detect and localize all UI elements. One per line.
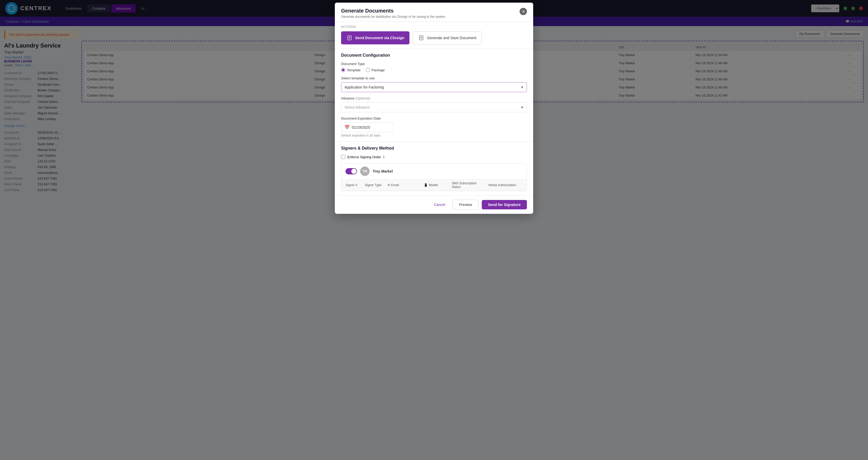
signer-card: TM Trey Markel Signer # Signer Type ✉ Em… <box>341 163 527 191</box>
template-radio-label: Template <box>347 68 361 72</box>
package-radio[interactable] <box>366 68 370 72</box>
template-select[interactable]: Application for Factoring <box>341 82 527 92</box>
document-configuration-section: Document Configuration Document Type Tem… <box>335 49 533 142</box>
document-type-radio-group: Template Package <box>341 68 527 72</box>
signers-title: Signers & Delivery Method <box>341 146 527 151</box>
package-radio-item[interactable]: Package <box>366 68 385 72</box>
select-template-label: Select template to use <box>341 76 527 80</box>
doc-config-title: Document Configuration <box>341 53 527 58</box>
modal-header: Generate Documents Generate documents fo… <box>335 3 533 22</box>
advance-select-wrapper: Select Advance ▼ <box>341 102 527 112</box>
col-mobile: 📱 Mobile <box>424 181 450 189</box>
clixsign-icon <box>346 35 352 41</box>
avatar: TM <box>360 166 370 176</box>
col-email: ✉ Email <box>388 181 422 189</box>
toggle-knob <box>351 168 356 174</box>
package-radio-label: Package <box>372 68 385 72</box>
modal-footer: Cancel Preview Send for Signature <box>335 195 533 214</box>
info-icon: ℹ <box>383 155 384 159</box>
signer-table-header: Signer # Signer Type ✉ Email 📱 Mobile SM… <box>341 179 527 191</box>
send-signature-button[interactable]: Send for Signature <box>482 200 527 209</box>
generate-save-label: Generate and Save Document <box>427 36 476 40</box>
enforce-signing-label: Enforce Signing Order <box>347 155 381 159</box>
signer-name: Trey Markel <box>373 169 393 173</box>
date-field-wrapper: 📅 <box>341 122 393 132</box>
enforce-signing-checkbox[interactable] <box>341 155 345 159</box>
actions-section: Actions Send Document via Clixsign <box>335 22 533 49</box>
generate-documents-modal: Generate Documents Generate documents fo… <box>335 3 533 214</box>
modal-close-button[interactable]: ✕ <box>520 8 527 15</box>
template-radio-item[interactable]: Template <box>341 68 361 72</box>
col-verbal-auth: Verbal Authorization <box>488 181 523 189</box>
expiry-date-label: Document Expiration Date <box>341 117 527 120</box>
modal-body: Actions Send Document via Clixsign <box>335 22 533 195</box>
generate-save-button[interactable]: Generate and Save Document <box>412 31 482 44</box>
col-signer-num: Signer # <box>345 181 363 189</box>
advance-select[interactable]: Select Advance <box>341 102 527 112</box>
mobile-col-icon: 📱 <box>424 183 428 187</box>
cancel-button[interactable]: Cancel <box>430 200 450 209</box>
calendar-icon: 📅 <box>344 125 350 130</box>
signer-toggle[interactable] <box>345 168 357 174</box>
advance-label: Advance (Optional) <box>341 96 527 100</box>
preview-button[interactable]: Preview <box>453 200 478 210</box>
modal-title: Generate Documents <box>341 8 445 14</box>
send-clixsign-button[interactable]: Send Document via Clixsign <box>341 31 409 44</box>
actions-label: Actions <box>341 25 527 29</box>
signers-section: Signers & Delivery Method Enforce Signin… <box>335 142 533 195</box>
col-signer-type: Signer Type <box>365 181 385 189</box>
send-clixsign-label: Send Document via Clixsign <box>355 36 404 40</box>
col-sms-status: SMS Subscription Status <box>452 181 486 189</box>
doc-type-label: Document Type <box>341 62 527 66</box>
modal-overlay: Generate Documents Generate documents fo… <box>0 0 868 460</box>
template-select-wrapper: Application for Factoring ▼ <box>341 82 527 92</box>
enforce-signing-row: Enforce Signing Order ℹ <box>341 155 527 159</box>
modal-subtitle: Generate documents for distribution via … <box>341 15 445 19</box>
template-radio[interactable] <box>341 68 345 72</box>
action-buttons: Send Document via Clixsign Generate and … <box>341 31 527 44</box>
modal-header-text: Generate Documents Generate documents fo… <box>341 8 445 19</box>
signer-header: TM Trey Markel <box>341 163 527 179</box>
generate-save-icon <box>418 35 424 41</box>
expiry-helper-text: Default expiration is 30 days <box>341 134 527 137</box>
email-col-icon: ✉ <box>388 183 390 187</box>
expiry-date-input[interactable] <box>352 125 398 129</box>
